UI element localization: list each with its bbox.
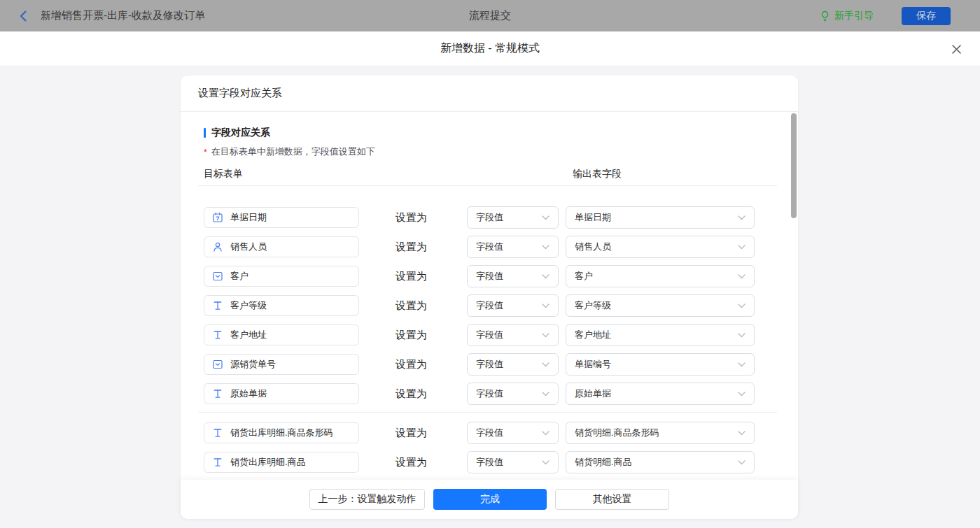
text-icon — [212, 300, 223, 311]
text-icon — [212, 388, 223, 399]
section-title-label: 字段对应关系 — [211, 127, 270, 139]
chevron-down-icon — [542, 245, 550, 250]
panel-scroll-area: 字段对应关系 *在目标表单中新增数据，字段值设置如下 目标表单 输出表字段 单据… — [181, 112, 798, 480]
mode-dropdown[interactable]: 字段值 — [467, 353, 559, 376]
value-dropdown[interactable]: 客户 — [566, 265, 755, 287]
target-field-label: 原始单据 — [230, 387, 267, 400]
chevron-down-icon — [738, 333, 746, 338]
mapping-row: 原始单据 设置为 字段值 原始单据 — [204, 383, 798, 405]
accent-bar — [204, 128, 206, 138]
target-field-box[interactable]: 销货出库明细.商品条形码 — [204, 422, 359, 443]
value-dropdown[interactable]: 销货明细.商品条形码 — [566, 422, 755, 444]
value-dropdown[interactable]: 销售人员 — [566, 236, 755, 258]
mode-dropdown[interactable]: 字段值 — [467, 265, 559, 287]
mapping-row: 客户 设置为 字段值 客户 — [204, 265, 798, 287]
topbar: 新增销售开票-出库-收款及修改订单 流程提交 新手引导 保存 — [0, 0, 980, 31]
chevron-down-icon — [542, 392, 550, 397]
chevron-down-icon — [738, 304, 746, 308]
beginner-guide-button[interactable]: 新手引导 — [820, 10, 874, 22]
save-button[interactable]: 保存 — [902, 7, 951, 25]
value-dropdown[interactable]: 客户等级 — [566, 294, 755, 317]
mode-dropdown[interactable]: 字段值 — [467, 324, 559, 346]
value-dropdown-value: 单据日期 — [575, 211, 611, 224]
mode-dropdown-value: 字段值 — [476, 329, 503, 341]
mode-dropdown[interactable]: 字段值 — [467, 236, 559, 258]
value-dropdown-value: 销售人员 — [575, 241, 611, 253]
chevron-down-icon — [738, 245, 746, 250]
mode-dropdown-value: 字段值 — [476, 456, 503, 469]
mode-dropdown-value: 字段值 — [476, 270, 503, 283]
close-button[interactable] — [949, 42, 963, 56]
set-as-label: 设置为 — [396, 211, 427, 224]
column-headers: 目标表单 输出表字段 — [204, 168, 798, 180]
value-dropdown[interactable]: 客户地址 — [566, 324, 755, 346]
lightbulb-icon — [820, 10, 830, 22]
value-dropdown-value: 客户地址 — [575, 329, 611, 341]
chevron-down-icon — [738, 460, 746, 465]
text-icon — [212, 329, 223, 341]
value-dropdown-value: 客户 — [575, 270, 593, 283]
value-dropdown[interactable]: 销货明细.商品 — [566, 451, 755, 473]
chevron-down-icon — [738, 362, 746, 367]
back-button[interactable] — [18, 10, 28, 22]
value-dropdown-value: 销货明细.商品 — [575, 456, 632, 469]
target-field-box[interactable]: 原始单据 — [204, 383, 359, 404]
chevron-left-icon — [18, 10, 28, 22]
section-title: 字段对应关系 — [204, 127, 798, 138]
chevron-down-icon — [542, 460, 550, 465]
required-asterisk: * — [204, 148, 207, 157]
select-icon — [212, 271, 223, 282]
target-field-box[interactable]: 客户地址 — [204, 324, 359, 345]
set-as-label: 设置为 — [396, 329, 427, 342]
value-dropdown-value: 客户等级 — [575, 299, 611, 312]
mode-dropdown[interactable]: 字段值 — [467, 383, 559, 405]
target-field-box[interactable]: 单据日期 — [204, 207, 359, 228]
text-icon — [212, 457, 223, 468]
target-field-box[interactable]: 源销货单号 — [204, 354, 359, 375]
set-as-label: 设置为 — [396, 427, 427, 440]
required-note: *在目标表单中新增数据，字段值设置如下 — [204, 145, 798, 158]
value-dropdown[interactable]: 原始单据 — [566, 383, 755, 405]
mode-dropdown[interactable]: 字段值 — [467, 451, 559, 473]
target-field-label: 客户地址 — [230, 329, 267, 341]
close-icon — [951, 44, 962, 55]
target-field-label: 单据日期 — [230, 211, 267, 224]
target-field-box[interactable]: 销售人员 — [204, 236, 359, 257]
target-field-box[interactable]: 销货出库明细.商品 — [204, 452, 359, 473]
set-as-label: 设置为 — [396, 387, 427, 401]
mapping-row: 源销货单号 设置为 字段值 单据编号 — [204, 353, 798, 376]
other-settings-button[interactable]: 其他设置 — [555, 489, 669, 510]
prev-step-button[interactable]: 上一步：设置触发动作 — [309, 489, 425, 510]
mode-dropdown[interactable]: 字段值 — [467, 206, 559, 229]
set-as-label: 设置为 — [396, 241, 427, 254]
mapping-row: 客户地址 设置为 字段值 客户地址 — [204, 324, 798, 346]
target-field-label: 销售人员 — [230, 241, 267, 253]
chevron-down-icon — [738, 431, 746, 436]
beginner-guide-label: 新手引导 — [834, 10, 874, 22]
done-button[interactable]: 完成 — [433, 489, 547, 510]
target-field-box[interactable]: 客户 — [204, 266, 359, 287]
target-field-label: 客户 — [230, 270, 248, 283]
chevron-down-icon — [738, 274, 746, 279]
target-field-label: 销货出库明细.商品 — [230, 456, 306, 469]
mode-dropdown-value: 字段值 — [476, 427, 503, 439]
set-as-label: 设置为 — [396, 456, 427, 469]
chevron-down-icon — [542, 304, 550, 308]
set-as-label: 设置为 — [396, 358, 427, 371]
value-dropdown[interactable]: 单据日期 — [566, 206, 755, 229]
user-icon — [212, 241, 223, 252]
mode-dropdown[interactable]: 字段值 — [467, 294, 559, 317]
mapping-row: 销售人员 设置为 字段值 销售人员 — [204, 236, 798, 258]
target-field-box[interactable]: 客户等级 — [204, 295, 359, 316]
value-dropdown[interactable]: 单据编号 — [566, 353, 755, 376]
mode-dropdown[interactable]: 字段值 — [467, 422, 559, 444]
mapping-row: 销货出库明细.商品条形码 设置为 字段值 销货明细.商品条形码 — [204, 422, 798, 444]
target-field-label: 客户等级 — [230, 299, 267, 312]
workflow-title: 新增销售开票-出库-收款及修改订单 — [41, 9, 205, 22]
chevron-down-icon — [542, 333, 550, 338]
mapping-row: 销货出库明细.商品 设置为 字段值 销货明细.商品 — [204, 451, 798, 473]
modal-title: 新增数据 - 常规模式 — [440, 41, 540, 56]
mode-dropdown-value: 字段值 — [476, 358, 503, 371]
scrollbar-thumb[interactable] — [791, 113, 797, 218]
chevron-down-icon — [542, 215, 550, 220]
